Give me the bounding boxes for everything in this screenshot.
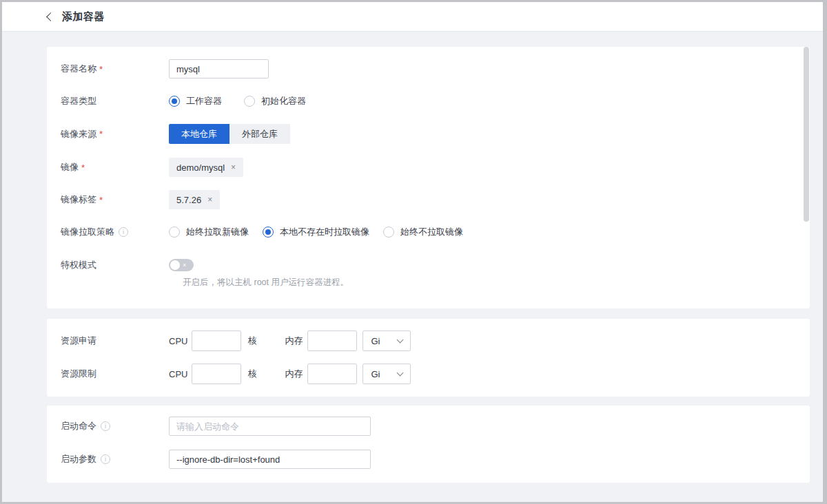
container-name-label: 容器名称 * [61,63,169,75]
toggle-off-icon: × [183,260,186,270]
close-icon[interactable]: × [231,163,236,171]
version-tag-chip[interactable]: 5.7.26 × [169,190,220,209]
chevron-left-icon [46,12,55,21]
resource-limit-row: 资源限制 CPU 核 内存 Gi [61,364,810,384]
back-button[interactable]: 添加容器 [48,10,105,23]
radio-unchecked-icon [383,227,394,238]
container-name-row: 容器名称 * [61,59,810,78]
required-marker: * [99,64,103,74]
radio-unchecked-icon [244,96,255,107]
image-tag-chip[interactable]: demo/mysql × [169,158,243,177]
pull-policy-label: 镜像拉取策略 i [61,226,169,238]
cpu-label: CPU [169,336,187,346]
image-row: 镜像 * demo/mysql × [61,158,810,177]
start-args-label: 启动参数 i [61,453,169,465]
start-command-row: 启动命令 i [61,417,810,436]
resource-limit-label: 资源限制 [61,368,169,380]
radio-checked-icon [263,227,274,238]
request-memory-unit-select[interactable]: Gi [363,330,411,351]
radio-unchecked-icon [169,227,180,238]
info-icon: i [119,227,128,237]
memory-label: 内存 [285,368,303,380]
radio-work-container[interactable]: 工作容器 [169,95,222,107]
image-version-row: 镜像标签 * 5.7.26 × [61,190,810,209]
memory-label: 内存 [285,335,303,347]
startup-card: 启动命令 i 启动参数 i [47,406,810,483]
info-icon: i [101,454,110,464]
start-command-input[interactable] [169,417,371,436]
request-memory-input[interactable] [307,330,357,351]
container-type-label: 容器类型 [61,95,169,107]
privileged-label: 特权模式 [61,259,169,271]
add-container-page: 添加容器 容器名称 * 容器类型 工作容器 [0,0,827,504]
cpu-unit: 核 [247,335,256,347]
privileged-row: 特权模式 × [61,259,810,271]
start-args-row: 启动参数 i [61,450,810,469]
request-cpu-input[interactable] [192,330,241,351]
resource-request-row: 资源申请 CPU 核 内存 Gi [61,330,810,351]
radio-checked-icon [169,96,180,107]
required-marker: * [99,195,103,205]
limit-memory-input[interactable] [307,364,357,384]
scrollbar-thumb[interactable] [804,47,809,222]
radio-pull-if-not-present[interactable]: 本地不存在时拉取镜像 [263,226,369,238]
image-label: 镜像 * [61,161,169,174]
resources-card: 资源申请 CPU 核 内存 Gi 资源限制 CPU 核 内存 [47,319,810,397]
limit-cpu-input[interactable] [192,364,241,384]
info-icon: i [101,421,110,431]
form-content: 容器名称 * 容器类型 工作容器 初始化容器 [2,32,823,501]
start-command-label: 启动命令 i [61,420,169,432]
cpu-label: CPU [169,369,187,379]
container-name-input[interactable] [169,59,269,78]
radio-never-pull[interactable]: 始终不拉取镜像 [383,226,463,238]
pull-policy-row: 镜像拉取策略 i 始终拉取新镜像 本地不存在时拉取镜像 始终不拉取镜像 [61,226,810,238]
image-source-row: 镜像来源 * 本地仓库 外部仓库 [61,124,810,144]
close-icon[interactable]: × [207,196,212,204]
radio-always-pull[interactable]: 始终拉取新镜像 [169,226,249,238]
container-type-row: 容器类型 工作容器 初始化容器 [61,95,810,107]
image-source-segmented: 本地仓库 外部仓库 [169,124,290,144]
resource-request-label: 资源申请 [61,335,169,347]
image-version-label: 镜像标签 * [61,193,169,206]
privileged-hint: 开启后，将以主机 root 用户运行容器进程。 [183,277,810,288]
basic-settings-card: 容器名称 * 容器类型 工作容器 初始化容器 [47,47,810,308]
required-marker: * [81,162,85,173]
external-repo-button[interactable]: 外部仓库 [229,124,290,144]
limit-memory-unit-select[interactable]: Gi [363,364,411,384]
image-source-label: 镜像来源 * [61,128,169,140]
privileged-toggle[interactable]: × [169,259,194,271]
page-header: 添加容器 [2,2,823,32]
required-marker: * [99,129,103,139]
start-args-input[interactable] [169,450,371,469]
page-title: 添加容器 [62,10,105,23]
chevron-down-icon [397,370,404,377]
chevron-down-icon [397,337,404,344]
toggle-knob [170,260,180,270]
cpu-unit: 核 [247,368,256,380]
local-repo-button[interactable]: 本地仓库 [169,124,229,144]
radio-init-container[interactable]: 初始化容器 [244,95,306,107]
